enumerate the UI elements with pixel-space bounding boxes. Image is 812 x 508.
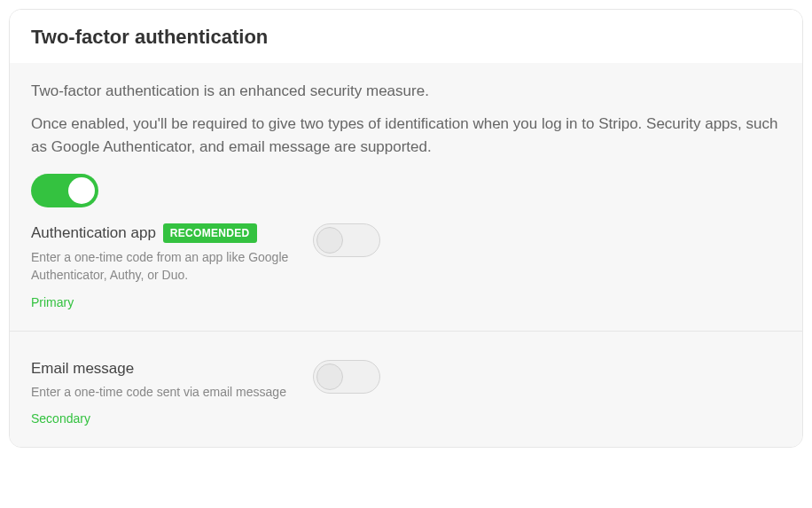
auth-app-toggle-col [306, 223, 380, 257]
email-title: Email message [31, 360, 134, 378]
intro-text-2: Once enabled, you'll be required to give… [31, 113, 781, 158]
method-divider [10, 331, 802, 332]
card-header: Two-factor authentication [10, 10, 802, 63]
email-method-row: Email message Enter a one-time code sent… [31, 353, 781, 426]
page-title: Two-factor authentication [31, 26, 781, 49]
toggle-knob [316, 227, 343, 254]
auth-app-description: Enter a one-time code from an app like G… [31, 248, 306, 285]
master-toggle-container [31, 174, 781, 207]
email-title-line: Email message [31, 360, 306, 378]
recommended-badge: RECOMENDED [163, 223, 257, 243]
email-toggle-col [306, 360, 380, 394]
auth-app-title-line: Authentication app RECOMENDED [31, 223, 306, 243]
intro-text-1: Two-factor authentication is an enhanced… [31, 82, 781, 100]
toggle-knob [68, 177, 95, 204]
email-info: Email message Enter a one-time code sent… [31, 360, 306, 426]
two-factor-master-toggle[interactable] [31, 174, 98, 207]
auth-app-info: Authentication app RECOMENDED Enter a on… [31, 223, 306, 309]
auth-app-method-row: Authentication app RECOMENDED Enter a on… [31, 216, 781, 309]
auth-app-status: Primary [31, 295, 306, 309]
auth-app-title: Authentication app [31, 224, 156, 242]
email-toggle[interactable] [313, 360, 380, 394]
toggle-knob [316, 363, 343, 390]
email-status: Secondary [31, 411, 306, 426]
card-body: Two-factor authentication is an enhanced… [10, 63, 802, 447]
auth-app-toggle[interactable] [313, 223, 380, 257]
email-description: Enter a one-time code sent via email mes… [31, 383, 306, 401]
two-factor-card: Two-factor authentication Two-factor aut… [9, 9, 803, 448]
